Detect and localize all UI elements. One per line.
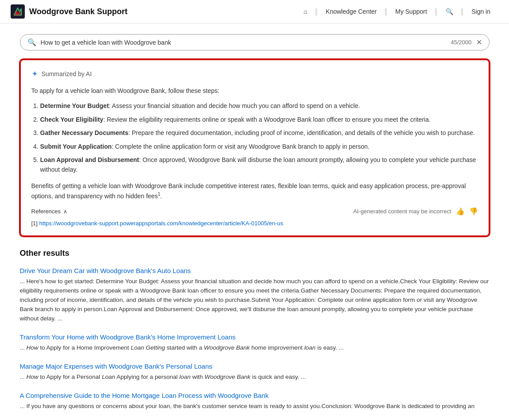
ai-summary-header: ✦ Summarized by AI bbox=[31, 69, 478, 79]
reference-link[interactable]: https://woodgrovebank-support.powerappsp… bbox=[39, 220, 284, 227]
ai-step-5: Loan Approval and Disbursement: Once app… bbox=[40, 155, 478, 175]
search-nav-icon: 🔍 bbox=[446, 8, 453, 15]
result-item: A Comprehensive Guide to the Home Mortga… bbox=[20, 392, 490, 411]
search-input[interactable] bbox=[41, 39, 451, 46]
ai-step-4: Submit Your Application: Complete the on… bbox=[40, 142, 478, 151]
ai-summary-label: Summarized by AI bbox=[42, 70, 92, 77]
svg-rect-0 bbox=[11, 4, 25, 19]
ai-step-1: Determine Your Budget: Assess your finan… bbox=[40, 101, 478, 111]
result-snippet-1: ... Here's how to get started: Determine… bbox=[20, 277, 490, 324]
search-bar: 🔍 45/2000 ✕ bbox=[20, 34, 490, 50]
result-item: Manage Major Expenses with Woodgrove Ban… bbox=[20, 362, 490, 382]
references-chevron-icon: ∧ bbox=[63, 208, 67, 215]
nav-home[interactable]: ⌂ bbox=[295, 8, 315, 15]
ai-summary-intro: To apply for a vehicle loan with Woodgro… bbox=[31, 86, 478, 96]
ai-steps-list: Determine Your Budget: Assess your finan… bbox=[40, 101, 478, 174]
references-section: [1] https://woodgrovebank-support.powera… bbox=[31, 220, 478, 227]
header: Woodgrove Bank Support ⌂ | Knowledge Cen… bbox=[0, 0, 509, 23]
ai-feedback-area: AI-generated content may be incorrect 👍 … bbox=[353, 207, 478, 216]
main-nav: ⌂ | Knowledge Center | My Support | 🔍 | … bbox=[295, 7, 498, 16]
ai-step-3: Gather Necessary Documents: Prepare the … bbox=[40, 128, 478, 138]
result-snippet-4: ... If you have any questions or concern… bbox=[20, 402, 490, 411]
main-content: 🔍 45/2000 ✕ ✦ Summarized by AI To apply … bbox=[11, 23, 498, 420]
references-label: References bbox=[31, 208, 61, 215]
result-title-4[interactable]: A Comprehensive Guide to the Home Mortga… bbox=[20, 392, 490, 399]
ai-benefits-text: Benefits of getting a vehicle loan with … bbox=[31, 181, 478, 201]
other-results-section: Other results Drive Your Dream Car with … bbox=[20, 249, 490, 411]
nav-sign-in[interactable]: Sign in bbox=[463, 8, 498, 15]
result-item: Transform Your Home with Woodgrove Bank'… bbox=[20, 333, 490, 353]
result-item: Drive Your Dream Car with Woodgrove Bank… bbox=[20, 267, 490, 324]
search-icon: 🔍 bbox=[27, 38, 36, 46]
nav-knowledge-center[interactable]: Knowledge Center bbox=[318, 8, 385, 15]
result-snippet-3: ... How to Apply for a Personal Loan App… bbox=[20, 373, 490, 382]
home-icon: ⌂ bbox=[303, 8, 307, 15]
reference-number: [1] bbox=[31, 220, 38, 227]
result-title-2[interactable]: Transform Your Home with Woodgrove Bank'… bbox=[20, 333, 490, 341]
search-clear-button[interactable]: ✕ bbox=[476, 38, 482, 46]
result-snippet-2: ... How to Apply for a Home Improvement … bbox=[20, 343, 490, 353]
logo: Woodgrove Bank Support bbox=[11, 4, 128, 19]
nav-search[interactable]: 🔍 bbox=[438, 8, 462, 15]
result-title-1[interactable]: Drive Your Dream Car with Woodgrove Bank… bbox=[20, 267, 490, 274]
references-toggle[interactable]: References ∧ bbox=[31, 208, 67, 215]
ai-step-2: Check Your Eligibility: Review the eligi… bbox=[40, 115, 478, 124]
search-counter: 45/2000 bbox=[451, 39, 472, 46]
nav-my-support[interactable]: My Support bbox=[387, 8, 435, 15]
ai-feedback-label: AI-generated content may be incorrect bbox=[353, 208, 451, 215]
thumbs-down-icon[interactable]: 👎 bbox=[469, 207, 478, 216]
brand-logo-icon bbox=[11, 4, 25, 19]
ai-summary-footer: References ∧ AI-generated content may be… bbox=[31, 207, 478, 216]
ai-sparkle-icon: ✦ bbox=[31, 69, 38, 79]
ai-footnote-ref: 1 bbox=[158, 192, 160, 197]
other-results-title: Other results bbox=[20, 249, 490, 258]
result-title-3[interactable]: Manage Major Expenses with Woodgrove Ban… bbox=[20, 362, 490, 370]
thumbs-up-icon[interactable]: 👍 bbox=[456, 207, 465, 216]
site-title: Woodgrove Bank Support bbox=[29, 7, 128, 16]
ai-summary-box: ✦ Summarized by AI To apply for a vehicl… bbox=[20, 59, 490, 236]
